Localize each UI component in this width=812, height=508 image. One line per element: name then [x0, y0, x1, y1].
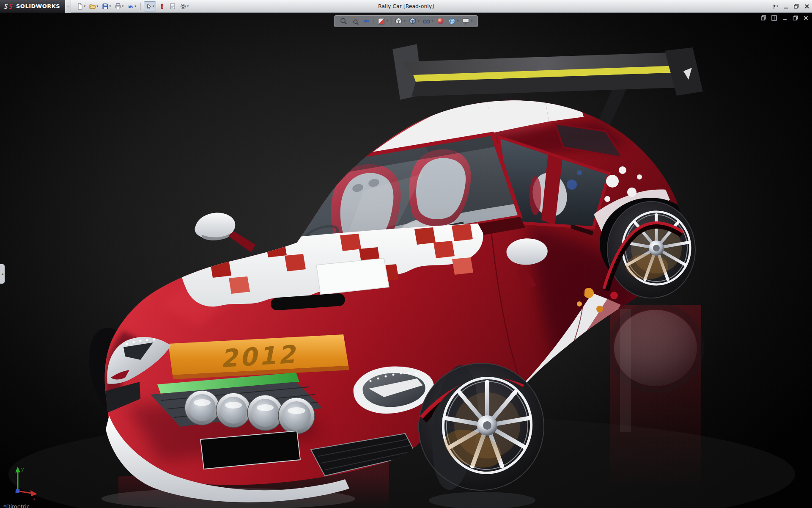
glasses-icon [422, 17, 431, 25]
minimize-button[interactable] [784, 4, 788, 9]
close-document-icon[interactable] [803, 15, 809, 21]
graphics-viewport[interactable]: 2012 [0, 13, 812, 508]
orientation-triad: y x [5, 465, 43, 502]
restore-button[interactable] [794, 4, 799, 9]
view-orientation-button[interactable]: ▾ [394, 17, 405, 25]
print-button[interactable]: ▾ [113, 1, 125, 11]
gear-icon [180, 3, 187, 10]
help-button[interactable]: ? ▾ [772, 3, 778, 10]
y-axis-label: y [21, 467, 24, 472]
undo-icon [127, 3, 134, 10]
open-button[interactable]: ▾ [88, 1, 99, 11]
view-settings-button[interactable]: ▾ [462, 17, 473, 25]
panel-collapse-tab[interactable]: ◂ [0, 264, 5, 284]
previous-view-button[interactable] [362, 17, 370, 25]
section-view-icon [377, 17, 385, 25]
appearance-ball-icon [436, 17, 445, 25]
undo-button[interactable]: ▾ [126, 1, 137, 11]
toolbar-separator [373, 17, 374, 25]
zoom-to-fit-button[interactable] [339, 17, 348, 25]
scene-globe-icon [448, 17, 456, 25]
measure-icon [159, 3, 165, 10]
z-axis-origin [15, 489, 19, 493]
minimize-icon [784, 4, 788, 9]
app-titlebar: SOLIDWORKS › ▾ ▾ ▾ [0, 0, 812, 13]
zoom-to-fit-icon [339, 17, 348, 25]
mirror-left[interactable] [195, 213, 255, 252]
x-axis-arrow [30, 490, 37, 496]
help-label: ? [772, 3, 776, 10]
edit-appearance-button[interactable] [436, 17, 445, 25]
options-button[interactable]: ▾ [178, 1, 190, 11]
display-style-button[interactable]: ▾ [408, 17, 419, 25]
ds-logo-icon [3, 3, 14, 10]
menu-expand-arrow-icon[interactable]: › [65, 0, 71, 13]
close-icon [804, 4, 809, 9]
minimize-document-icon[interactable] [782, 15, 787, 21]
select-cursor-icon [145, 3, 152, 10]
model-canvas[interactable]: 2012 [0, 13, 812, 508]
heads-up-toolbar: ▾ ▾ ▾ ▾ [334, 15, 478, 27]
document-window-controls [761, 15, 809, 21]
zoom-to-area-button[interactable] [351, 17, 359, 25]
hood-number: 2012 [219, 340, 298, 373]
new-document-button[interactable]: ▾ [75, 1, 87, 11]
zoom-to-area-icon [351, 17, 359, 25]
display-style-icon [408, 17, 417, 25]
view-orientation-cube-icon [394, 17, 403, 25]
close-button[interactable] [804, 4, 809, 9]
open-folder-icon [89, 3, 96, 10]
section-view-button[interactable]: ▾ [377, 17, 388, 25]
mass-properties-button[interactable] [168, 1, 177, 11]
save-icon [102, 3, 109, 10]
collapse-arrow-icon: ◂ [1, 272, 3, 276]
standard-toolbar: ▾ ▾ ▾ ▾ ▾ [71, 1, 190, 11]
previous-view-icon [362, 17, 370, 25]
select-button[interactable]: ▾ [144, 1, 156, 11]
window-controls: ? ▾ [772, 0, 809, 13]
solidworks-logo: SOLIDWORKS [0, 0, 65, 13]
y-axis-arrow [15, 467, 20, 472]
logo-text: SOLIDWORKS [16, 3, 60, 9]
toolbar-separator [140, 3, 141, 10]
apply-scene-button[interactable]: ▾ [448, 17, 459, 25]
toolbar-separator [391, 17, 391, 25]
print-icon [115, 3, 121, 10]
view-orientation-label: *Dimetric [3, 503, 30, 508]
view-settings-icon [462, 17, 470, 25]
hide-show-items-button[interactable]: ▾ [422, 17, 433, 25]
tile-windows-icon[interactable] [771, 15, 777, 21]
cascade-windows-icon[interactable] [761, 15, 766, 21]
new-document-icon [77, 3, 83, 10]
properties-sheet-icon [169, 3, 176, 10]
restore-document-icon[interactable] [793, 15, 798, 21]
measure-button[interactable] [157, 1, 167, 11]
restore-icon [794, 4, 799, 9]
save-button[interactable]: ▾ [101, 1, 112, 11]
x-axis-label: x [33, 496, 36, 502]
